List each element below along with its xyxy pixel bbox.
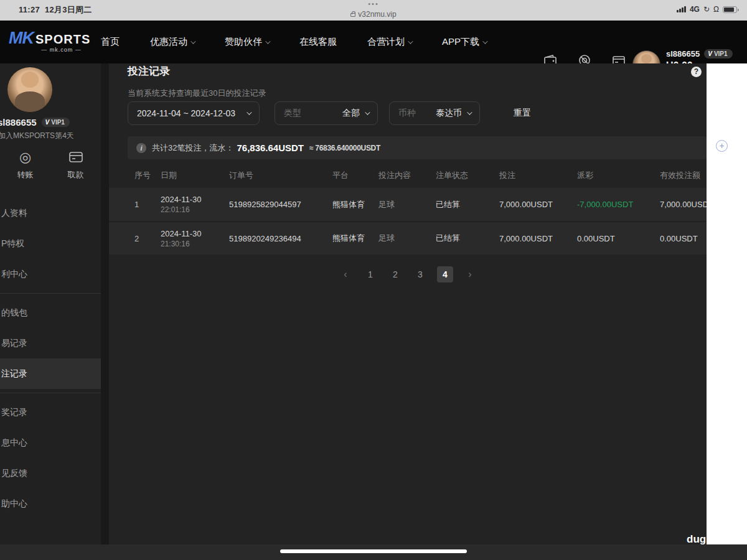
tab-dots[interactable]: ••• <box>0 0 747 8</box>
page-button-4-active[interactable]: 4 <box>437 266 453 282</box>
table-header: 序号 日期 订单号 平台 投注内容 注单状态 投注 派彩 有效投注额 <box>109 163 707 188</box>
platform: 熊猫体育 <box>332 233 378 244</box>
date-range-select[interactable]: 2024-11-04 ~ 2024-12-03 <box>128 101 260 125</box>
sidebar-username: sl886655 <box>0 117 37 128</box>
summary-approx: ≈ 76836.640000USDT <box>309 144 380 152</box>
currency-value: 泰达币 <box>436 108 462 119</box>
chevron-down-icon <box>467 110 472 114</box>
chevron-down-icon <box>190 39 195 44</box>
vip-badge[interactable]: V VIP1 <box>704 49 732 58</box>
type-label: 类型 <box>284 108 301 119</box>
sidebar-withdraw-button[interactable]: 取款 <box>68 149 84 180</box>
bottom-bar <box>0 544 747 560</box>
chevron-down-icon <box>408 39 413 44</box>
table-row: 2 2024-11-30 21:30:16 5198920249236494 熊… <box>109 222 707 254</box>
page-title: 投注记录 <box>128 64 170 78</box>
summary-prefix: 共计32笔投注，流水： <box>152 142 233 154</box>
order-number: 5198925829044597 <box>229 200 332 209</box>
plus-circle-icon[interactable]: + <box>716 140 728 152</box>
menu-item-app-download[interactable]: APP下载 <box>442 36 486 48</box>
coin-icon: ◎ <box>17 149 34 166</box>
chevron-down-icon <box>265 39 270 44</box>
rotation-lock-icon: ↻ <box>703 5 710 14</box>
joined-days-text: 加入MKSPORTS第4天 <box>0 131 74 141</box>
payout-amount: 0.00USDT <box>577 234 660 243</box>
payout-amount: -7,000.00USDT <box>577 200 660 209</box>
logo-sports-text: SPORTS <box>35 32 90 47</box>
bet-time: 21:30:16 <box>161 240 229 248</box>
status-right-cluster: 4G ↻ Ω <box>677 5 737 14</box>
sidebar-item-vip-privilege[interactable]: P特权 <box>0 228 101 259</box>
sidebar-transfer-button[interactable]: ◎ 转账 <box>17 149 34 180</box>
mk-sports-logo[interactable]: MK SPORTS — mk.com — <box>9 29 90 53</box>
sidebar-avatar[interactable] <box>7 67 52 112</box>
sidebar-item-winning-records[interactable]: 奖记录 <box>0 397 101 427</box>
bet-records-panel: 投注记录 ? 当前系统支持查询最近30日的投注记录 2024-11-04 ~ 2… <box>109 63 707 544</box>
type-select[interactable]: 类型 全部 <box>275 101 378 125</box>
menu-item-promotions[interactable]: 优惠活动 <box>150 36 194 48</box>
sidebar-item-wallet[interactable]: 的钱包 <box>0 297 101 328</box>
chevron-down-icon <box>482 39 487 44</box>
menu-item-affiliate[interactable]: 合营计划 <box>367 36 411 48</box>
menu-item-livechat[interactable]: 在线客服 <box>299 36 337 48</box>
prev-page-button[interactable]: ‹ <box>337 266 354 282</box>
page-subtitle: 当前系统支持查询最近30日的投注记录 <box>128 88 266 99</box>
page-button-1[interactable]: 1 <box>362 266 378 282</box>
page-button-3[interactable]: 3 <box>412 266 428 282</box>
sidebar-item-bet-records[interactable]: 注记录 <box>0 358 101 389</box>
sidebar-item-profile[interactable]: 人资料 <box>0 198 101 228</box>
sidebar-item-transaction-records[interactable]: 易记录 <box>0 328 101 358</box>
table-row: 1 2024-11-30 22:01:16 5198925829044597 熊… <box>109 188 707 221</box>
bet-status: 已结算 <box>436 199 499 210</box>
bet-content: 足球 <box>378 233 436 244</box>
reset-button[interactable]: 重置 <box>514 108 531 119</box>
bank-card-icon <box>68 149 84 166</box>
type-value: 全部 <box>342 108 360 119</box>
bet-amount: 7,000.00USDT <box>499 200 577 209</box>
profile-sidebar: sl886655 V VIP1 加入MKSPORTS第4天 ◎ 转账 取款 人资… <box>0 63 101 544</box>
chevron-down-icon <box>365 110 370 114</box>
sidebar-vip-badge[interactable]: V VIP1 <box>42 118 70 127</box>
page-button-2[interactable]: 2 <box>387 266 403 282</box>
battery-icon <box>723 6 737 13</box>
sidebar-item-message-center[interactable]: 息中心 <box>0 427 101 458</box>
headphones-icon: Ω <box>713 5 719 14</box>
watermark-text: dug <box>687 533 706 546</box>
help-icon[interactable]: ? <box>691 67 702 77</box>
sidebar-item-help-center[interactable]: 助中心 <box>0 488 101 519</box>
order-number: 5198920249236494 <box>229 234 332 243</box>
lock-icon <box>350 13 355 17</box>
currency-select[interactable]: 币种 泰达币 <box>389 101 480 125</box>
main-menu: 首页 优惠活动 赞助伙伴 在线客服 合营计划 APP下载 <box>101 21 486 63</box>
bet-status: 已结算 <box>436 233 499 244</box>
home-indicator[interactable] <box>280 549 467 553</box>
pagination: ‹ 1 2 3 4 › <box>109 266 707 282</box>
next-page-button[interactable]: › <box>462 266 478 282</box>
sidebar-item-feedback[interactable]: 见反馈 <box>0 458 101 488</box>
bet-content: 足球 <box>378 199 436 210</box>
network-type: 4G <box>690 5 700 14</box>
menu-item-home[interactable]: 首页 <box>101 36 120 48</box>
bet-date: 2024-11-30 <box>161 195 229 204</box>
date-range-value: 2024-11-04 ~ 2024-12-03 <box>137 108 235 118</box>
address-bar[interactable]: v32nmu.vip <box>350 10 396 19</box>
ios-status-bar: 11:27 12月3日周二 ••• v32nmu.vip 4G ↻ Ω <box>0 0 747 21</box>
sidebar-item-benefit-center[interactable]: 利中心 <box>0 259 101 289</box>
username: sl886655 <box>666 49 700 58</box>
vip-v-icon: V <box>708 50 712 57</box>
sidebar-menu: 人资料 P特权 利中心 的钱包 易记录 注记录 奖记录 息中心 见反馈 助中心 <box>0 198 101 519</box>
right-white-panel: + <box>707 63 747 544</box>
menu-item-sponsors[interactable]: 赞助伙伴 <box>225 36 269 48</box>
top-navbar: MK SPORTS — mk.com — 首页 优惠活动 赞助伙伴 在线客服 合… <box>0 21 747 63</box>
divider <box>0 293 101 294</box>
chevron-down-icon <box>247 110 251 114</box>
vip-v-icon: V <box>45 119 50 126</box>
currency-label: 币种 <box>398 108 416 119</box>
platform: 熊猫体育 <box>332 199 378 210</box>
filter-bar: 2024-11-04 ~ 2024-12-03 类型 全部 币种 泰达币 重置 <box>128 101 531 125</box>
bet-time: 22:01:16 <box>161 205 229 214</box>
summary-amount: 76,836.64USDT <box>237 142 304 153</box>
divider <box>0 393 101 393</box>
url-text: v32nmu.vip <box>358 10 396 19</box>
signal-icon <box>677 6 686 12</box>
